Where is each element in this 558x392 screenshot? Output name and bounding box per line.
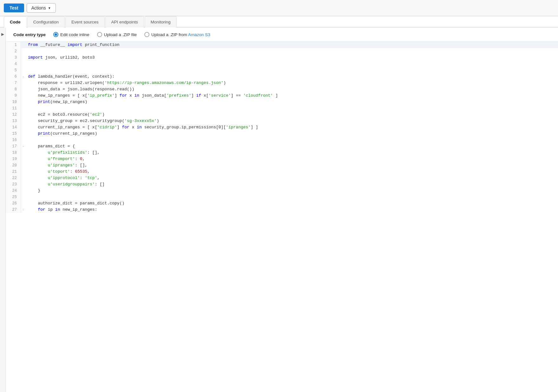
radio-inline-label: Edit code inline: [60, 32, 89, 37]
radio-s3-label: Upload a .ZIP from Amazon S3: [151, 32, 210, 37]
code-line: 4: [6, 61, 558, 67]
code-line: 9 new_ip_ranges = [ x['ip_prefix'] for x…: [6, 93, 558, 99]
code-line: 23 u'useridgrouppairs': []: [6, 181, 558, 188]
radio-s3-circle: [144, 32, 149, 37]
code-line: 10 print(new_ip_ranges): [6, 99, 558, 105]
tab-configuration[interactable]: Configuration: [27, 16, 65, 28]
code-line: 15 print(current_ip_ranges): [6, 131, 558, 137]
code-line: 20 u'ipranges': [],: [6, 162, 558, 169]
code-line: 5: [6, 67, 558, 74]
code-line: 21 u'toport': 65535,: [6, 169, 558, 175]
radio-edit-inline[interactable]: Edit code inline: [53, 32, 89, 37]
code-settings: Code entry type Edit code inline Upload …: [6, 28, 558, 42]
code-line: 1 from __future__ import print_function: [6, 42, 558, 48]
code-line: 17 - params_dict = {: [6, 143, 558, 150]
code-line: 26 authorize_dict = params_dict.copy(): [6, 200, 558, 207]
radio-zip-upload[interactable]: Upload a .ZIP file: [97, 32, 137, 37]
code-editor[interactable]: 1 from __future__ import print_function …: [6, 42, 558, 213]
radio-zip-label: Upload a .ZIP file: [104, 32, 137, 37]
tab-code[interactable]: Code: [4, 16, 27, 28]
actions-label: Actions: [31, 5, 46, 10]
code-line: 11: [6, 105, 558, 112]
radio-zip-circle: [97, 32, 102, 37]
amazon-s3-link[interactable]: Amazon S3: [188, 32, 210, 37]
code-line: 22 u'ipprotocol': 'tcp',: [6, 175, 558, 181]
code-line: 12 ec2 = boto3.resource('ec2'): [6, 112, 558, 118]
radio-s3-upload[interactable]: Upload a .ZIP from Amazon S3: [144, 32, 210, 37]
sidebar-toggle[interactable]: ▶: [0, 28, 6, 392]
code-line: 8 json_data = json.loads(response.read()…: [6, 86, 558, 93]
main-content: ▶ Code entry type Edit code inline Uploa…: [0, 28, 558, 392]
code-line: 16: [6, 137, 558, 143]
code-line: 6 - def lambda_handler(event, context):: [6, 74, 558, 80]
content-area: ▶ Code entry type Edit code inline Uploa…: [0, 28, 558, 392]
chevron-down-icon: ▼: [48, 6, 51, 10]
test-button[interactable]: Test: [4, 3, 24, 12]
code-line: 27 - for ip in new_ip_ranges:: [6, 207, 558, 213]
actions-button[interactable]: Actions ▼: [27, 3, 56, 13]
code-line: 14 current_ip_ranges = [ x['cidrip'] for…: [6, 124, 558, 131]
code-line: 13 security_group = ec2.securitygroup('s…: [6, 118, 558, 124]
code-line: 24 }: [6, 188, 558, 194]
tab-monitoring[interactable]: Monitoring: [145, 16, 177, 28]
code-line: 7 response = urllib2.urlopen('https://ip…: [6, 80, 558, 86]
code-line: 18 u'prefixlistids': [],: [6, 150, 558, 156]
code-entry-label: Code entry type: [13, 32, 46, 37]
tabs-bar: Code Configuration Event sources API end…: [0, 16, 558, 28]
code-line: 3 import json, urllib2, boto3: [6, 55, 558, 61]
code-line: 19 u'fromport': 0,: [6, 156, 558, 162]
code-line: 25: [6, 194, 558, 200]
toolbar: Test Actions ▼: [0, 0, 558, 16]
tab-event-sources[interactable]: Event sources: [65, 16, 105, 28]
code-area: Code entry type Edit code inline Upload …: [6, 28, 558, 392]
radio-inline-circle: [53, 32, 58, 37]
code-line: 2: [6, 48, 558, 55]
tab-api-endpoints[interactable]: API endpoints: [105, 16, 144, 28]
collapse-icon: ▶: [1, 32, 4, 36]
